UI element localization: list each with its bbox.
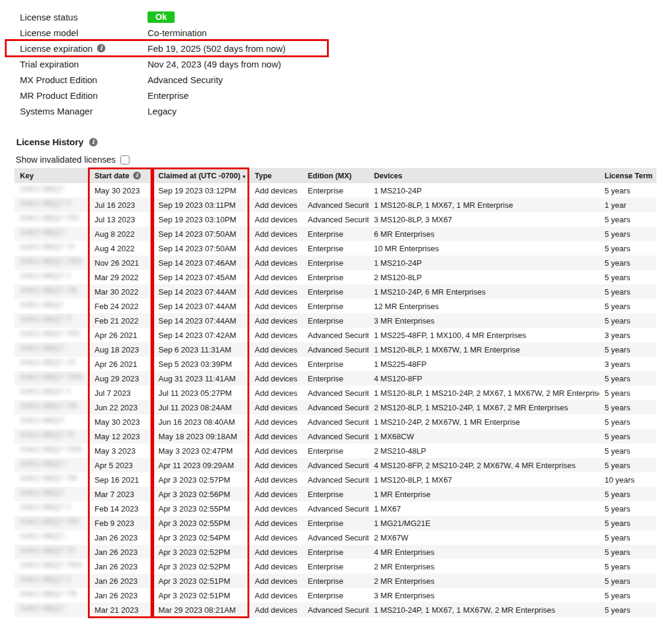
cell-key-redacted: X4K2-9BQ7-TR5D bbox=[14, 530, 89, 545]
cell-key-redacted: X4K2-9BQ7-TR5D bbox=[14, 371, 89, 386]
cell-claimed-at: Apr 3 2023 02:52PM bbox=[153, 545, 249, 559]
cell-license-term: 5 years bbox=[599, 284, 656, 299]
table-row: X4K2-9BQ7-TR5DJul 16 2023Sep 19 2023 03:… bbox=[14, 198, 656, 212]
column-header-license-term[interactable]: License Term bbox=[599, 168, 656, 183]
cell-claimed-at: Sep 14 2023 07:50AM bbox=[153, 241, 249, 255]
cell-edition-mx: Enterprise bbox=[302, 559, 369, 574]
cell-devices: 4 MS120-8FP bbox=[369, 371, 599, 386]
redacted-key-blur: X4K2-9BQ7-TR5D bbox=[20, 575, 70, 584]
cell-claimed-at: Sep 6 2023 11:31AM bbox=[153, 342, 249, 357]
cell-edition-mx: Enterprise bbox=[302, 574, 369, 588]
redacted-key-blur: X4K2-9BQ7-TR5D bbox=[20, 243, 74, 252]
cell-devices: 1 MS120-8LP, 1 MS210-24P, 2 MX67, 1 MX67… bbox=[369, 386, 599, 400]
redacted-key-blur: X4K2-9BQ7-TR5D bbox=[20, 431, 73, 440]
cell-license-term: 5 years bbox=[599, 603, 656, 617]
cell-claimed-at: Sep 14 2023 07:44AM bbox=[153, 313, 249, 328]
cell-edition-mx: Advanced Security bbox=[302, 198, 369, 212]
summary-label: Trial expiration bbox=[20, 59, 148, 69]
cell-type: Add devices bbox=[249, 574, 302, 588]
cell-type: Add devices bbox=[249, 516, 302, 530]
table-row: X4K2-9BQ7-TR5DFeb 21 2022Sep 14 2023 07:… bbox=[14, 313, 656, 328]
cell-key-redacted: X4K2-9BQ7-TR5D bbox=[14, 516, 89, 530]
cell-type: Add devices bbox=[249, 386, 302, 400]
summary-label: MR Product Edition bbox=[20, 90, 148, 101]
table-row: X4K2-9BQ7-TR5DMar 21 2023Mar 29 2023 08:… bbox=[14, 603, 656, 617]
cell-start-date: Mar 29 2022 bbox=[89, 270, 153, 284]
cell-claimed-at: Sep 14 2023 07:42AM bbox=[153, 328, 249, 342]
cell-claimed-at: Apr 3 2023 02:51PM bbox=[153, 574, 249, 588]
table-row: X4K2-9BQ7-TR5DMar 7 2023Apr 3 2023 02:56… bbox=[14, 487, 656, 501]
cell-edition-mx: Enterprise bbox=[302, 443, 369, 458]
cell-license-term: 5 years bbox=[599, 574, 656, 588]
cell-type: Add devices bbox=[249, 255, 302, 270]
cell-license-term: 5 years bbox=[599, 183, 656, 198]
cell-license-term: 5 years bbox=[599, 227, 656, 241]
summary-row: MX Product EditionAdvanced Security bbox=[20, 72, 285, 87]
cell-devices: 2 MS120-8LP bbox=[369, 270, 599, 284]
show-invalidated-label: Show invalidated licenses bbox=[16, 155, 116, 164]
cell-claimed-at: Sep 19 2023 03:11PM bbox=[153, 198, 249, 212]
cell-claimed-at: Apr 3 2023 02:55PM bbox=[153, 501, 249, 516]
cell-edition-mx: Advanced Security bbox=[302, 458, 369, 472]
cell-type: Add devices bbox=[249, 227, 302, 241]
cell-key-redacted: X4K2-9BQ7-TR5D bbox=[14, 415, 89, 429]
cell-devices: 2 MX67W bbox=[369, 530, 599, 545]
cell-claimed-at: Jul 11 2023 08:24AM bbox=[153, 400, 249, 415]
summary-row: License modelCo-termination bbox=[20, 25, 285, 40]
show-invalidated-checkbox[interactable] bbox=[120, 155, 129, 164]
cell-start-date: Aug 8 2022 bbox=[89, 227, 153, 241]
table-row: X4K2-9BQ7-TR5DJan 26 2023Apr 3 2023 02:5… bbox=[14, 574, 656, 588]
cell-edition-mx: Enterprise bbox=[302, 270, 369, 284]
cell-claimed-at: Sep 14 2023 07:44AM bbox=[153, 284, 249, 299]
cell-edition-mx: Advanced Security bbox=[302, 386, 369, 400]
info-icon[interactable]: i bbox=[89, 138, 98, 146]
cell-start-date: Mar 21 2023 bbox=[89, 603, 153, 617]
cell-claimed-at: Apr 3 2023 02:52PM bbox=[153, 559, 249, 574]
cell-type: Add devices bbox=[249, 588, 302, 603]
column-header-claimed-at[interactable]: Claimed at (UTC -0700)▼ bbox=[153, 168, 249, 183]
column-header-type[interactable]: Type bbox=[249, 168, 302, 183]
cell-devices: 3 MR Enterprises bbox=[369, 588, 599, 603]
cell-edition-mx: Enterprise bbox=[302, 284, 369, 299]
cell-start-date: May 3 2023 bbox=[89, 443, 153, 458]
column-header-start-date[interactable]: Start date i bbox=[89, 168, 153, 183]
column-header-devices[interactable]: Devices bbox=[369, 168, 599, 183]
sort-desc-icon: ▼ bbox=[241, 174, 246, 180]
cell-license-term: 5 years bbox=[599, 458, 656, 472]
cell-key-redacted: X4K2-9BQ7-TR5D bbox=[14, 270, 89, 284]
summary-value: Legacy bbox=[148, 106, 176, 116]
cell-type: Add devices bbox=[249, 458, 302, 472]
info-icon[interactable]: i bbox=[133, 172, 141, 180]
cell-claimed-at: Apr 11 2023 09:29AM bbox=[153, 458, 249, 472]
redacted-key-blur: X4K2-9BQ7-TR5D bbox=[20, 228, 66, 237]
cell-edition-mx: Enterprise bbox=[302, 487, 369, 501]
table-row: X4K2-9BQ7-TR5DAug 29 2023Aug 31 2023 11:… bbox=[14, 371, 656, 386]
cell-devices: 1 MS210-24P bbox=[369, 183, 599, 198]
cell-edition-mx: Enterprise bbox=[302, 357, 369, 371]
cell-devices: 2 MR Enterprises bbox=[369, 559, 599, 574]
cell-license-term: 5 years bbox=[599, 371, 656, 386]
cell-start-date: Jul 16 2023 bbox=[89, 198, 153, 212]
cell-devices: 1 MR Enterprise bbox=[369, 487, 599, 501]
cell-edition-mx: Advanced Security bbox=[302, 429, 369, 443]
column-header-edition-mx[interactable]: Edition (MX) bbox=[302, 168, 369, 183]
redacted-key-blur: X4K2-9BQ7-TR5D bbox=[20, 286, 77, 295]
table-row: X4K2-9BQ7-TR5DFeb 9 2023Apr 3 2023 02:55… bbox=[14, 516, 656, 530]
cell-license-term: 5 years bbox=[599, 588, 656, 603]
show-invalidated-row: Show invalidated licenses bbox=[16, 155, 129, 164]
cell-claimed-at: Aug 31 2023 11:41AM bbox=[153, 371, 249, 386]
cell-type: Add devices bbox=[249, 545, 302, 559]
info-icon[interactable]: i bbox=[97, 44, 105, 52]
cell-license-term: 3 years bbox=[599, 357, 656, 371]
table-row: X4K2-9BQ7-TR5DJan 26 2023Apr 3 2023 02:5… bbox=[14, 588, 656, 603]
cell-key-redacted: X4K2-9BQ7-TR5D bbox=[14, 241, 89, 255]
license-history-title: License History i bbox=[16, 137, 98, 147]
cell-type: Add devices bbox=[249, 357, 302, 371]
column-header-key[interactable]: Key bbox=[14, 168, 89, 183]
cell-claimed-at: Mar 29 2023 08:21AM bbox=[153, 603, 249, 617]
cell-type: Add devices bbox=[249, 559, 302, 574]
cell-start-date: Jan 26 2023 bbox=[89, 530, 153, 545]
cell-claimed-at: Jul 11 2023 05:27PM bbox=[153, 386, 249, 400]
cell-key-redacted: X4K2-9BQ7-TR5D bbox=[14, 328, 89, 342]
cell-claimed-at: Sep 14 2023 07:50AM bbox=[153, 227, 249, 241]
